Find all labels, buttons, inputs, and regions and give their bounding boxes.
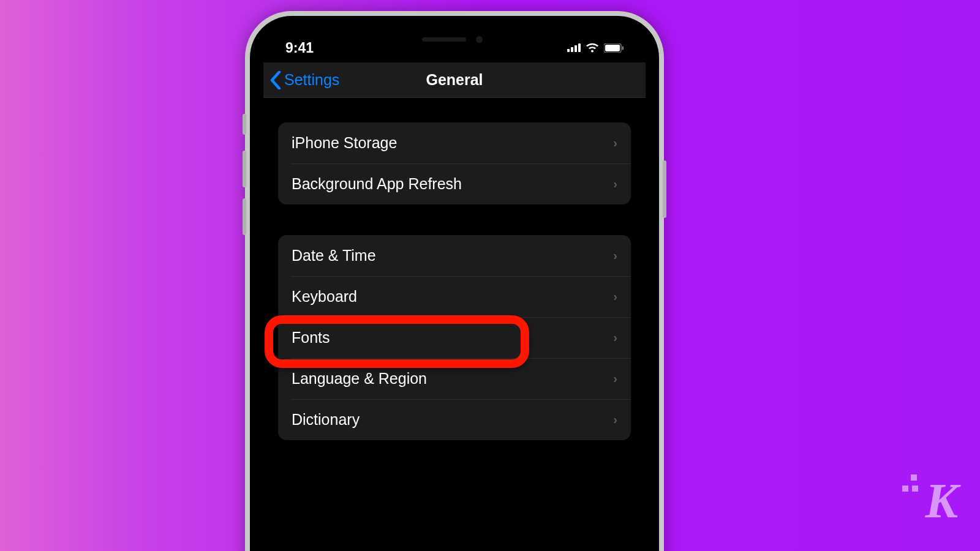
wifi-icon — [586, 43, 599, 53]
volume-down-button — [243, 198, 246, 235]
content: iPhone Storage › Background App Refresh … — [263, 98, 646, 440]
nav-bar: Settings General — [263, 62, 646, 98]
phone-bezel: 9:41 — [250, 16, 659, 551]
chevron-right-icon: › — [613, 290, 617, 304]
status-time: 9:41 — [285, 40, 314, 56]
svg-rect-3 — [578, 43, 581, 52]
row-keyboard[interactable]: Keyboard › — [278, 276, 631, 317]
row-background-app-refresh[interactable]: Background App Refresh › — [278, 163, 631, 204]
notch — [378, 29, 531, 53]
row-dictionary[interactable]: Dictionary › — [278, 399, 631, 440]
chevron-right-icon: › — [613, 331, 617, 345]
page-title: General — [426, 71, 483, 89]
chevron-right-icon: › — [613, 249, 617, 263]
chevron-right-icon: › — [613, 136, 617, 150]
svg-rect-2 — [575, 45, 577, 52]
row-label: Fonts — [292, 329, 330, 347]
row-date-time[interactable]: Date & Time › — [278, 235, 631, 276]
row-label: Language & Region — [292, 370, 427, 388]
svg-rect-1 — [571, 47, 573, 52]
back-label: Settings — [284, 71, 339, 89]
battery-icon — [604, 43, 624, 53]
svg-rect-6 — [622, 46, 624, 50]
back-button[interactable]: Settings — [270, 71, 339, 89]
row-label: Date & Time — [292, 247, 376, 264]
svg-rect-0 — [567, 49, 570, 52]
row-fonts[interactable]: Fonts › — [278, 317, 631, 358]
status-icons — [567, 43, 624, 53]
screen: 9:41 — [263, 29, 646, 551]
svg-rect-5 — [605, 45, 620, 51]
cellular-icon — [567, 43, 581, 52]
row-label: Background App Refresh — [292, 175, 462, 193]
power-button — [663, 160, 666, 218]
row-label: iPhone Storage — [292, 134, 397, 152]
settings-group-2: Date & Time › Keyboard › Fonts › Languag… — [278, 235, 631, 440]
row-language-region[interactable]: Language & Region › — [278, 358, 631, 399]
phone-frame: 9:41 — [245, 11, 664, 551]
row-label: Keyboard — [292, 288, 357, 305]
chevron-left-icon — [270, 71, 282, 89]
settings-group-1: iPhone Storage › Background App Refresh … — [278, 122, 631, 204]
chevron-right-icon: › — [613, 372, 617, 386]
row-label: Dictionary — [292, 411, 360, 429]
watermark-logo: K — [925, 473, 956, 529]
chevron-right-icon: › — [613, 177, 617, 191]
row-iphone-storage[interactable]: iPhone Storage › — [278, 122, 631, 163]
volume-up-button — [243, 151, 246, 187]
chevron-right-icon: › — [613, 413, 617, 427]
mute-switch — [243, 114, 246, 135]
